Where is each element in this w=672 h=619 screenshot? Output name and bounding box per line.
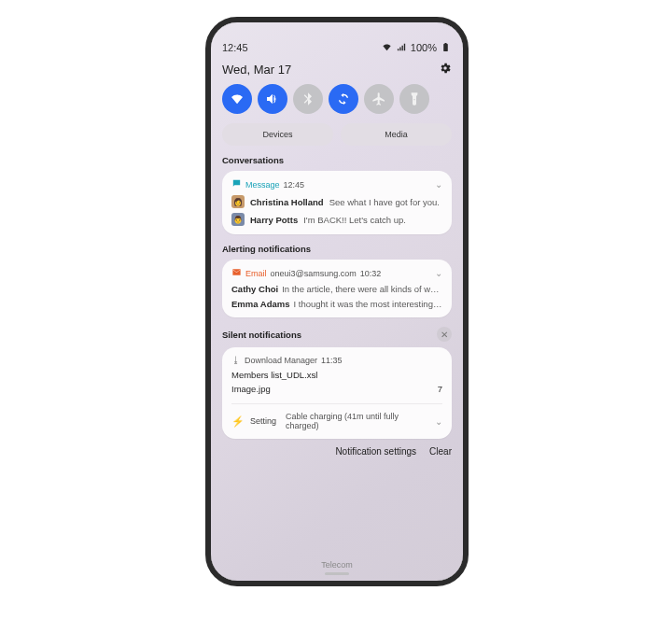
conversation-preview: I'm BACK!! Let's catch up. xyxy=(303,215,442,225)
toggle-bluetooth[interactable] xyxy=(293,84,323,114)
silent-card[interactable]: ⭳ Download Manager 11:35 Members list_UD… xyxy=(222,347,452,439)
home-indicator[interactable] xyxy=(325,572,349,575)
conversations-card[interactable]: Message 12:45 ⌄ 👩 Christina Holland See … xyxy=(222,171,452,234)
alerting-account: oneui3@samsung.com xyxy=(271,269,357,278)
download-file: Image.jpg xyxy=(231,384,271,394)
toggle-sound[interactable] xyxy=(258,84,287,114)
alerting-preview: In the article, there were all kinds of … xyxy=(282,284,442,294)
silent-time: 11:35 xyxy=(321,356,343,365)
conversations-card-header: Message 12:45 ⌄ xyxy=(231,178,442,190)
section-silent-header: Silent notifications ✕ xyxy=(222,327,452,342)
devices-button[interactable]: Devices xyxy=(222,123,333,146)
wifi-status-icon xyxy=(381,42,393,54)
toggle-wifi[interactable] xyxy=(222,84,252,114)
silent-setting-text: Cable charging (41m until fully charged) xyxy=(286,412,424,430)
alerting-sender: Cathy Choi xyxy=(231,284,278,294)
conversation-row[interactable]: 👨 Harry Potts I'm BACK!! Let's catch up. xyxy=(231,213,442,226)
email-app-icon xyxy=(231,267,242,279)
avatar: 👨 xyxy=(231,213,245,226)
battery-percent: 100% xyxy=(411,42,437,53)
toggle-airplane[interactable] xyxy=(364,84,394,114)
conversation-sender: Christina Holland xyxy=(250,197,324,207)
phone-frame: 12:45 100% Wed, Mar 17 xyxy=(205,17,469,586)
panel-date: Wed, Mar 17 xyxy=(222,63,291,77)
section-silent-label: Silent notifications xyxy=(222,330,301,340)
signal-status-icon xyxy=(396,42,408,54)
chevron-down-icon[interactable]: ⌄ xyxy=(435,179,442,190)
notification-panel: 12:45 100% Wed, Mar 17 xyxy=(211,22,463,581)
status-right: 100% xyxy=(381,42,452,54)
download-icon: ⭳ xyxy=(231,355,241,365)
media-button[interactable]: Media xyxy=(341,123,452,146)
conversation-row[interactable]: 👩 Christina Holland See what I have got … xyxy=(231,195,442,208)
message-app-icon xyxy=(231,178,242,190)
alerting-time: 10:32 xyxy=(360,269,382,278)
silent-app-name: Download Manager xyxy=(245,356,317,365)
toggle-auto-rotate[interactable] xyxy=(329,84,358,114)
panel-footer-actions: Notification settings Clear xyxy=(222,446,452,457)
alerting-card-header: Email oneui3@samsung.com 10:32 ⌄ xyxy=(231,267,442,279)
device-media-row: Devices Media xyxy=(222,123,452,146)
silent-setting-row[interactable]: ⚡ Setting Cable charging (41m until full… xyxy=(231,403,442,430)
status-bar: 12:45 100% xyxy=(222,39,452,56)
conversation-preview: See what I have got for you. xyxy=(329,197,442,207)
alerting-row[interactable]: Emma Adams I thought it was the most int… xyxy=(231,299,442,309)
section-alerting-label: Alerting notifications xyxy=(222,244,452,254)
chevron-down-icon[interactable]: ⌄ xyxy=(435,268,442,278)
bolt-icon: ⚡ xyxy=(231,415,245,428)
panel-header: Wed, Mar 17 xyxy=(222,62,452,77)
carrier-label: Telecom xyxy=(211,560,463,570)
notification-settings-button[interactable]: Notification settings xyxy=(335,446,416,457)
alerting-sender: Emma Adams xyxy=(231,299,289,309)
download-file: Members list_UDL.xsl xyxy=(231,370,442,380)
clear-button[interactable]: Clear xyxy=(429,446,452,457)
conversations-app-name: Message xyxy=(245,180,280,190)
conversation-sender: Harry Potts xyxy=(250,215,298,225)
silent-card-header: ⭳ Download Manager 11:35 xyxy=(231,355,442,365)
silent-dismiss-button[interactable]: ✕ xyxy=(437,327,452,342)
status-time: 12:45 xyxy=(222,42,248,53)
alerting-card[interactable]: Email oneui3@samsung.com 10:32 ⌄ Cathy C… xyxy=(222,260,452,317)
chevron-down-icon[interactable]: ⌄ xyxy=(435,416,442,427)
alerting-row[interactable]: Cathy Choi In the article, there were al… xyxy=(231,284,442,294)
alerting-app-name: Email xyxy=(245,269,267,278)
section-conversations-label: Conversations xyxy=(222,155,452,165)
download-count: 7 xyxy=(438,384,442,394)
quick-toggles xyxy=(222,84,452,114)
conversations-time: 12:45 xyxy=(284,180,305,190)
battery-status-icon xyxy=(440,42,452,54)
alerting-preview: I thought it was the most interesting th… xyxy=(293,299,442,309)
avatar: 👩 xyxy=(231,195,245,208)
settings-gear-icon[interactable] xyxy=(439,62,452,77)
silent-setting-app: Setting xyxy=(250,416,276,426)
download-file-row: Image.jpg 7 xyxy=(231,384,442,394)
toggle-flashlight[interactable] xyxy=(399,84,429,114)
